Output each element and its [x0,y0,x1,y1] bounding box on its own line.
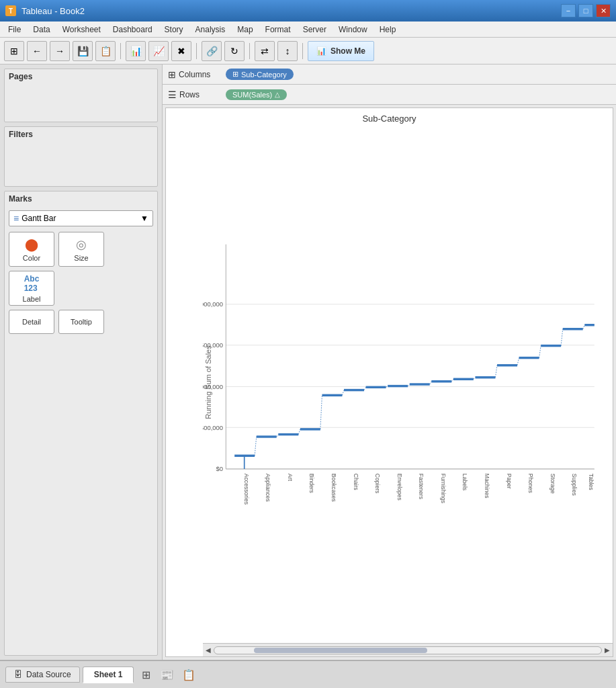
svg-line-29 [255,437,257,456]
svg-text:Labels: Labels [461,474,468,490]
menu-story[interactable]: Story [159,24,189,36]
minimize-button[interactable]: − [561,4,576,17]
columns-shelf-text: Columns [179,70,210,79]
columns-shelf-icon: ⊞ [168,69,176,80]
svg-text:$500,000: $500,000 [203,424,223,431]
left-panel: Pages Filters Marks ≡ Gantt Bar ▼ ⬤ Colo… [0,64,163,660]
tab-bar: 🗄 Data Source Sheet 1 ⊞ 📰 📋 [0,660,616,688]
rows-shelf-icon: ☰ [168,89,177,100]
rows-shelf-text: Rows [179,90,200,99]
marks-buttons-2: Detail Tooltip [9,310,153,334]
rows-shelf: ☰ Rows SUM(Sales) △ [163,85,616,105]
marks-label: Marks [5,191,157,206]
new-story-button[interactable]: 📰 [158,665,177,684]
svg-text:Phones: Phones [527,474,534,493]
svg-line-40 [495,366,497,378]
svg-text:Fasteners: Fasteners [418,474,425,499]
new-datasource-button[interactable]: 📋 [95,41,116,61]
home-button[interactable]: ⊞ [4,41,24,61]
svg-text:$1,000,000: $1,000,000 [203,383,223,390]
sort-button[interactable]: ↕ [277,41,298,61]
svg-line-30 [277,435,279,437]
svg-line-32 [320,395,322,429]
svg-text:Accessories: Accessories [243,474,250,505]
toolbar: ⊞ ← → 💾 📋 📊 📈 ✖ 🔗 ↻ ⇄ ↕ 📊 Show Me [0,38,616,64]
scroll-right-button[interactable]: ▶ [602,646,613,654]
data-source-label: Data Source [26,670,71,679]
show-me-button[interactable]: 📊 Show Me [308,41,374,61]
menu-server[interactable]: Server [298,24,332,36]
chart-container: Sub-Category Running Sum of Sales $0 $50… [165,108,613,657]
refresh-button[interactable]: ↻ [224,41,245,61]
rows-pill-label: SUM(Sales) [232,91,272,99]
swap-button[interactable]: ⇄ [255,41,275,61]
rows-pill[interactable]: SUM(Sales) △ [226,89,287,100]
svg-text:Furnishings: Furnishings [440,474,447,503]
window-controls: − □ ✕ [561,4,611,17]
svg-text:Art: Art [287,474,294,482]
filters-section: Filters [4,126,158,187]
plus-icon: ⊞ [232,70,238,79]
new-dashboard-button[interactable]: ⊞ [136,665,155,684]
tooltip-button[interactable]: Tooltip [58,310,104,334]
columns-pill[interactable]: ⊞ Sub-Category [226,69,294,80]
menu-dashboard[interactable]: Dashboard [107,24,158,36]
menu-worksheet[interactable]: Worksheet [57,24,106,36]
title-bar: T Tableau - Book2 − □ ✕ [0,0,616,22]
marks-buttons: ⬤ Color ◎ Size Abc123 Label [9,232,153,306]
svg-line-36 [408,384,410,386]
menu-analysis[interactable]: Analysis [190,24,231,36]
app-icon: T [5,5,16,16]
menu-bar: File Data Worksheet Dashboard Story Anal… [0,22,616,38]
svg-line-42 [539,346,541,358]
save-button[interactable]: 💾 [73,41,93,61]
new-sheet-button[interactable]: 📋 [179,665,198,684]
forward-button[interactable]: → [50,41,70,61]
show-me-icon: 📊 [316,46,326,56]
scroll-thumb[interactable] [254,648,427,653]
maximize-button[interactable]: □ [578,4,593,17]
menu-format[interactable]: Format [260,24,296,36]
label-button[interactable]: Abc123 Label [9,271,54,306]
scroll-track[interactable] [214,646,602,654]
menu-window[interactable]: Window [333,24,373,36]
svg-line-43 [561,329,563,346]
label-icon: Abc123 [24,274,40,293]
detail-button[interactable]: Detail [9,310,54,334]
sheet1-tab[interactable]: Sheet 1 [83,666,134,683]
duplicate-button[interactable]: 📈 [148,41,169,61]
scroll-left-button[interactable]: ◀ [203,646,214,654]
main-layout: Pages Filters Marks ≡ Gantt Bar ▼ ⬤ Colo… [0,64,616,660]
svg-text:Machines: Machines [484,474,490,499]
back-button[interactable]: ← [27,41,47,61]
connect-button[interactable]: 🔗 [202,41,222,61]
menu-help[interactable]: Help [374,24,402,36]
new-worksheet-button[interactable]: 📊 [126,41,146,61]
svg-text:Envelopes: Envelopes [396,474,403,501]
detail-label: Detail [22,318,41,326]
remove-button[interactable]: ✖ [171,41,191,61]
label-label: Label [23,295,41,303]
svg-text:Binders: Binders [308,474,315,493]
size-button[interactable]: ◎ Size [58,232,104,267]
menu-map[interactable]: Map [232,24,258,36]
color-button[interactable]: ⬤ Color [9,232,54,267]
svg-text:Copiers: Copiers [374,474,381,494]
pages-section: Pages [4,69,158,122]
show-me-label: Show Me [331,46,365,56]
size-label: Size [74,254,88,262]
svg-text:Bookcases: Bookcases [331,474,337,502]
marks-type-dropdown[interactable]: ≡ Gantt Bar ▼ [9,210,153,226]
svg-line-39 [474,378,476,380]
data-source-tab[interactable]: 🗄 Data Source [5,666,80,683]
color-icon: ⬤ [25,237,38,252]
svg-line-34 [364,387,366,390]
close-button[interactable]: ✕ [596,4,611,17]
svg-text:$1,500,000: $1,500,000 [203,341,223,349]
svg-line-31 [298,429,300,435]
svg-line-37 [430,382,432,384]
menu-file[interactable]: File [3,24,26,36]
marks-content: ≡ Gantt Bar ▼ ⬤ Color ◎ Size Abc123 [5,206,157,338]
chart-svg: $0 $500,000 $1,000,000 $1,500,000 $2,000… [203,127,606,650]
menu-data[interactable]: Data [28,24,55,36]
